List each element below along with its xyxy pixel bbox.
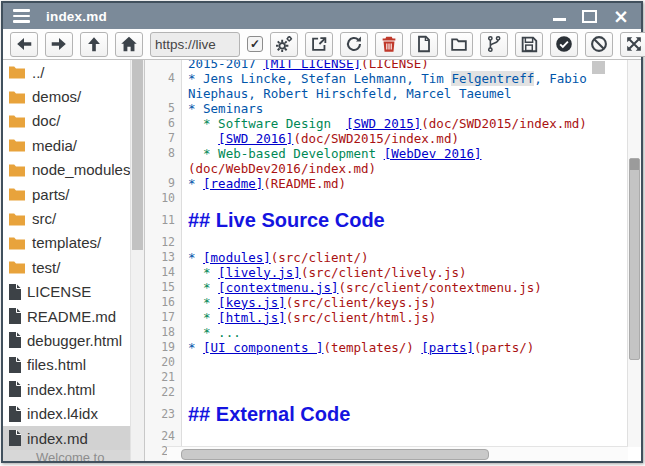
code-line-15[interactable]: 15 * [contextmenu.js](src/client/context… (145, 280, 641, 295)
window-title: index.md (46, 9, 107, 24)
code-line-14[interactable]: 14 * [lively.js](src/client/lively.js) (145, 265, 641, 280)
sidebar-item-parts[interactable]: parts/ (3, 182, 131, 206)
code-token: [readme] (203, 176, 263, 191)
line-number: 6 (145, 116, 182, 131)
menu-icon[interactable] (13, 9, 30, 23)
url-input[interactable] (150, 32, 240, 57)
code-token: (src/client/lively.js) (301, 265, 467, 280)
refresh-icon (344, 34, 364, 54)
code-line-19[interactable]: 19* [UI components ](templates/) [parts]… (145, 340, 641, 355)
external-link-icon (309, 34, 329, 54)
code-token: (src/client/contextmenu.js) (339, 280, 542, 295)
delete-button[interactable] (375, 32, 403, 57)
sidebar-item-doc[interactable]: doc/ (3, 109, 131, 133)
editor-vertical-scrollbar[interactable] (627, 60, 641, 447)
code-line-wrap[interactable]: 2015-2017 [MIT LICENSE](LICENSE) (145, 60, 641, 71)
back-button[interactable] (10, 32, 38, 57)
sidebar-item-src[interactable]: src/ (3, 206, 131, 230)
code-line-20[interactable]: 20 (145, 355, 641, 370)
code-line-22[interactable]: 22 (145, 385, 641, 400)
code-line-9[interactable]: 9* [readme](README.md) (145, 176, 641, 191)
code-token: (doc/SWD2015/index.md) (293, 131, 459, 146)
code-line-7[interactable]: 7 [SWD 2016](doc/SWD2015/index.md) (145, 131, 641, 146)
code-line-17[interactable]: 17 * [html.js](src/client/html.js) (145, 310, 641, 325)
code-token: * (188, 310, 218, 325)
code-line-8[interactable]: 8 * Web-based Development [WebDev 2016] (145, 146, 641, 161)
sidebar-item-templates[interactable]: templates/ (3, 231, 131, 255)
code-line-23[interactable]: 23## External Code (145, 400, 641, 429)
titlebar[interactable]: index.md × (3, 3, 641, 29)
file-preview-text: Welcome to (3, 450, 145, 461)
code-line-4[interactable]: 4* Jens Lincke, Stefan Lehmann, Tim Felg… (145, 71, 641, 86)
sidebar-scrollbar[interactable] (130, 60, 144, 461)
arrow-right-icon (49, 34, 69, 54)
close-button[interactable]: × (613, 8, 629, 24)
url-checkbox[interactable]: ✓ (247, 36, 263, 52)
code-line-12[interactable]: 12 (145, 235, 641, 250)
home-button[interactable] (115, 32, 143, 57)
new-folder-button[interactable] (445, 32, 473, 57)
code-line-21[interactable]: 21 (145, 370, 641, 385)
code-line-10[interactable]: 10 (145, 191, 641, 206)
trash-icon (379, 34, 399, 54)
folder-icon (8, 236, 26, 250)
sidebar-item-index.md[interactable]: index.md (3, 426, 131, 450)
code-token: , Fabio (534, 71, 587, 86)
sidebar-item-index.html[interactable]: index.html (3, 377, 131, 401)
code-line-5[interactable]: 5* Seminars (145, 101, 641, 116)
code-token: * (188, 340, 203, 355)
code-line-24[interactable]: 24 (145, 429, 641, 444)
line-number: 20 (145, 355, 182, 370)
code-line-11[interactable]: 11## Live Source Code (145, 206, 641, 235)
code-token: (doc/SWD2015/index.md) (421, 116, 587, 131)
line-number: 22 (145, 385, 182, 400)
sidebar-item-..[interactable]: ../ (3, 60, 131, 84)
editor-horizontal-scrollbar-thumb[interactable] (181, 449, 489, 460)
versions-button[interactable] (480, 32, 508, 57)
accept-button[interactable] (550, 32, 578, 57)
code-line-wrap[interactable]: (doc/WebDev2016/index.md) (145, 161, 641, 176)
sidebar-item-demos[interactable]: demos/ (3, 84, 131, 108)
file-icon (8, 406, 21, 422)
file-icon (8, 284, 21, 300)
fullscreen-button[interactable] (620, 32, 645, 57)
code-text: * [html.js](src/client/html.js) (182, 310, 436, 325)
code-line-13[interactable]: 13* [modules](src/client/) (145, 250, 641, 265)
settings-button[interactable] (270, 32, 298, 57)
maximize-button[interactable] (582, 10, 597, 23)
sidebar-item-media[interactable]: media/ (3, 133, 131, 157)
line-number: 13 (145, 250, 182, 265)
save-button[interactable] (515, 32, 543, 57)
line-number: 21 (145, 370, 182, 385)
editor[interactable]: 2015-2017 [MIT LICENSE](LICENSE)4* Jens … (145, 60, 641, 461)
arrow-up-icon (84, 34, 104, 54)
code-line-6[interactable]: 6 * Software Design [SWD 2015](doc/SWD20… (145, 116, 641, 131)
sidebar-item-test[interactable]: test/ (3, 255, 131, 279)
open-external-button[interactable] (305, 32, 333, 57)
reload-button[interactable] (340, 32, 368, 57)
folder-outline-icon (449, 34, 469, 54)
minimize-button[interactable] (553, 18, 566, 21)
forward-button[interactable] (45, 32, 73, 57)
code-text: ## Live Source Code (182, 206, 385, 235)
sidebar-item-files.html[interactable]: files.html (3, 353, 131, 377)
code-token: * Jens Lincke, Stefan Lehmann, Tim (188, 71, 451, 86)
up-button[interactable] (80, 32, 108, 57)
new-file-button[interactable] (410, 32, 438, 57)
sidebar-item-debugger.html[interactable]: debugger.html (3, 328, 131, 352)
editor-horizontal-scrollbar[interactable] (167, 446, 628, 461)
line-number: 23 (145, 400, 182, 429)
code-line-wrap[interactable]: Niephaus, Robert Hirschfeld, Marcel Taeu… (145, 86, 641, 101)
code-line-18[interactable]: 18 * ... (145, 325, 641, 340)
code-line-16[interactable]: 16 * [keys.js](src/client/keys.js) (145, 295, 641, 310)
sidebar-item-README.md[interactable]: README.md (3, 304, 131, 328)
sidebar-item-index.l4idx[interactable]: index.l4idx (3, 401, 131, 425)
check-mark-icon: ✓ (250, 38, 260, 50)
cancel-button[interactable] (585, 32, 613, 57)
sidebar-item-LICENSE[interactable]: LICENSE (3, 280, 131, 304)
sidebar-item-node_modules[interactable]: node_modules/ (3, 158, 131, 182)
code-text: * [keys.js](src/client/keys.js) (182, 295, 436, 310)
sidebar-scrollbar-thumb[interactable] (132, 60, 143, 250)
file-icon (8, 332, 21, 348)
editor-vertical-scrollbar-thumb[interactable] (629, 158, 640, 360)
